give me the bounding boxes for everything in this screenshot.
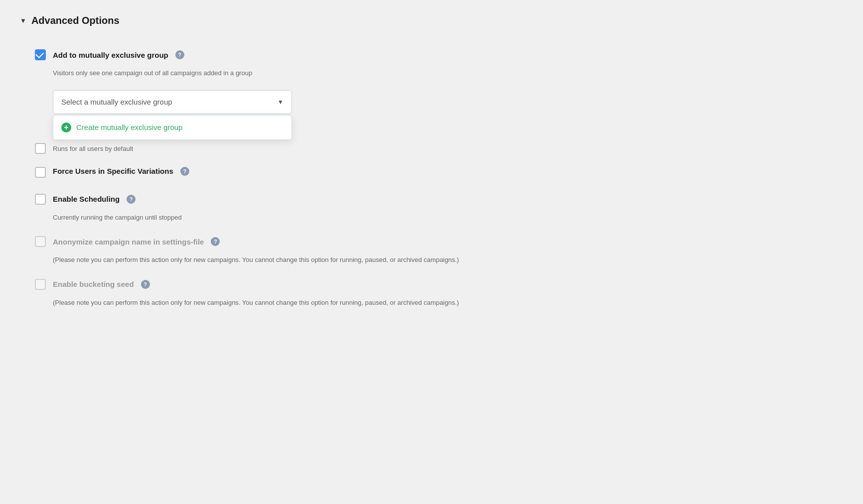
help-icon-bucketing-seed[interactable]: ? [141, 280, 150, 289]
option-row-anonymize-campaign: Anonymize campaign name in settings-file… [35, 236, 220, 247]
option-row-bucketing-seed: Enable bucketing seed ? [35, 279, 150, 290]
description-bucketing-seed: (Please note you can perform this action… [53, 298, 459, 308]
dropdown-wrapper-mutually-exclusive: Select a mutually exclusive group ▼ + Cr… [53, 90, 292, 114]
checkbox-force-users[interactable] [35, 167, 46, 178]
options-list: Add to mutually exclusive group ? Visito… [20, 40, 843, 311]
create-group-label: Create mutually exclusive group [76, 123, 182, 131]
label-bucketing-seed: Enable bucketing seed [53, 280, 134, 288]
option-row-mutually-exclusive: Add to mutually exclusive group ? [35, 49, 184, 60]
dropdown-placeholder: Select a mutually exclusive group [61, 98, 172, 106]
label-enable-scheduling: Enable Scheduling [53, 195, 120, 203]
help-icon-enable-scheduling[interactable]: ? [127, 195, 136, 204]
label-mutually-exclusive: Add to mutually exclusive group [53, 51, 168, 59]
label-anonymize-campaign: Anonymize campaign name in settings-file [53, 238, 204, 246]
chevron-icon[interactable]: ▼ [20, 17, 26, 24]
description-anonymize-campaign: (Please note you can perform this action… [53, 255, 459, 265]
label-force-users: Force Users in Specific Variations [53, 167, 173, 175]
option-row-enable-scheduling: Enable Scheduling ? [35, 194, 136, 205]
checkbox-enable-scheduling[interactable] [35, 194, 46, 205]
option-mutually-exclusive: Add to mutually exclusive group ? Visito… [35, 40, 843, 118]
option-enable-scheduling: Enable Scheduling ? Currently running th… [35, 186, 843, 227]
section-title: Advanced Options [31, 15, 120, 26]
description-mutually-exclusive: Visitors only see one campaign out of al… [53, 68, 252, 78]
option-force-users: Force Users in Specific Variations ? [35, 159, 843, 186]
help-icon-anonymize-campaign[interactable]: ? [211, 237, 220, 246]
description-target-specific: Runs for all users by default [53, 144, 133, 154]
help-icon-mutually-exclusive[interactable]: ? [175, 50, 184, 59]
dropdown-item-create[interactable]: + Create mutually exclusive group [53, 116, 291, 139]
description-enable-scheduling: Currently running the campaign until sto… [53, 213, 182, 223]
option-anonymize-campaign: Anonymize campaign name in settings-file… [35, 226, 843, 269]
advanced-options-container: ▼ Advanced Options Add to mutually exclu… [0, 0, 863, 504]
option-bucketing-seed: Enable bucketing seed ? (Please note you… [35, 269, 843, 312]
create-group-icon: + [61, 123, 71, 132]
section-header: ▼ Advanced Options [20, 15, 843, 26]
dropdown-menu-mutually-exclusive: + Create mutually exclusive group [53, 115, 292, 140]
checkbox-anonymize-campaign[interactable] [35, 236, 46, 247]
checkbox-mutually-exclusive[interactable] [35, 49, 46, 60]
help-icon-force-users[interactable]: ? [180, 167, 189, 176]
checkbox-target-specific[interactable] [35, 143, 46, 154]
dropdown-arrow-icon: ▼ [278, 99, 284, 106]
checkbox-bucketing-seed[interactable] [35, 279, 46, 290]
dropdown-trigger-mutually-exclusive[interactable]: Select a mutually exclusive group ▼ [53, 90, 292, 114]
